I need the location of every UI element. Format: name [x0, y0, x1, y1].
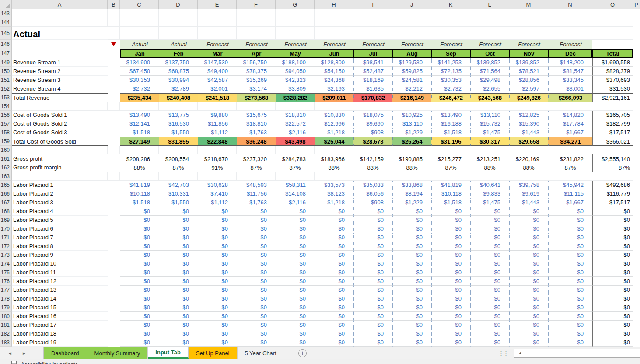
value-cell[interactable]: $0	[237, 277, 276, 286]
cell[interactable]	[633, 181, 640, 189]
value-cell[interactable]: $30,994	[159, 76, 198, 84]
cell[interactable]	[633, 27, 640, 40]
value-cell[interactable]: $0	[120, 294, 159, 303]
value-cell[interactable]: $0	[198, 224, 237, 233]
cell[interactable]	[633, 49, 640, 58]
value-cell[interactable]: $0	[392, 242, 431, 251]
value-cell[interactable]: $0	[237, 286, 276, 294]
month-header[interactable]: Feb	[159, 50, 198, 57]
value-cell[interactable]: $25,264	[392, 137, 431, 146]
value-cell[interactable]: 88%	[315, 163, 353, 172]
cell[interactable]	[470, 27, 509, 40]
value-cell[interactable]: $0	[548, 224, 592, 233]
cell[interactable]	[159, 18, 198, 27]
value-cell[interactable]: $0	[509, 338, 548, 347]
value-cell[interactable]: $0	[237, 294, 276, 303]
value-cell[interactable]: $0	[159, 277, 198, 286]
value-cell[interactable]: $246,472	[431, 93, 470, 102]
value-cell[interactable]: $0	[159, 303, 198, 312]
cell[interactable]	[108, 189, 120, 198]
cell[interactable]	[198, 27, 237, 40]
value-cell[interactable]: $0	[237, 338, 276, 347]
total-cell[interactable]: $0	[592, 338, 633, 347]
value-cell[interactable]: $148,200	[548, 58, 592, 67]
value-cell[interactable]: $215,277	[431, 154, 470, 163]
tab-dashboard[interactable]: Dashboard	[44, 347, 87, 359]
value-cell[interactable]: $0	[548, 242, 592, 251]
total-cell[interactable]: 87%	[592, 163, 633, 172]
row-header-168[interactable]: 168	[0, 207, 12, 216]
cell[interactable]	[276, 18, 315, 27]
cell[interactable]	[12, 9, 108, 18]
cell[interactable]	[431, 146, 470, 154]
value-cell[interactable]: $0	[276, 233, 315, 242]
value-cell[interactable]: $0	[315, 303, 353, 312]
value-cell[interactable]: $284,783	[276, 154, 315, 163]
value-cell[interactable]: $11,856	[198, 119, 237, 128]
total-cell[interactable]: $165,705	[592, 111, 633, 119]
value-cell[interactable]: $0	[315, 312, 353, 321]
value-cell[interactable]: $72,135	[431, 67, 470, 76]
value-cell[interactable]: $0	[237, 312, 276, 321]
cell[interactable]	[470, 9, 509, 18]
value-cell[interactable]: $0	[353, 329, 392, 338]
cell[interactable]	[392, 27, 431, 40]
value-cell[interactable]: $0	[392, 321, 431, 329]
value-cell[interactable]: $0	[509, 268, 548, 277]
value-cell[interactable]: $3,174	[237, 84, 276, 93]
value-cell[interactable]: $0	[353, 207, 392, 216]
value-cell[interactable]: $0	[198, 277, 237, 286]
cell[interactable]	[108, 312, 120, 321]
cell[interactable]	[108, 329, 120, 338]
value-cell[interactable]: $0	[431, 277, 470, 286]
value-cell[interactable]: $0	[392, 286, 431, 294]
value-cell[interactable]: $0	[431, 216, 470, 224]
value-cell[interactable]: $1,763	[237, 198, 276, 207]
cell[interactable]	[392, 18, 431, 27]
value-cell[interactable]: $0	[509, 233, 548, 242]
value-cell[interactable]: $0	[392, 224, 431, 233]
value-cell[interactable]: $2,597	[509, 84, 548, 93]
cell[interactable]	[108, 303, 120, 312]
value-cell[interactable]: $220,169	[509, 154, 548, 163]
row-header-146[interactable]: 146	[0, 40, 12, 49]
value-cell[interactable]: $241,518	[198, 93, 237, 102]
cell[interactable]	[392, 172, 431, 181]
row-label[interactable]: Labor Placard 13	[12, 286, 108, 294]
accessibility-status[interactable]: Accessibility: Investigate	[21, 361, 78, 364]
cell[interactable]	[198, 9, 237, 18]
cell[interactable]	[633, 338, 640, 347]
row-header-170[interactable]: 170	[0, 224, 12, 233]
value-cell[interactable]: $71,564	[470, 67, 509, 76]
cell[interactable]	[633, 18, 640, 27]
value-cell[interactable]: $0	[198, 321, 237, 329]
cell[interactable]	[120, 27, 159, 40]
row-header-158[interactable]: 158	[0, 128, 12, 137]
value-cell[interactable]: $35,269	[237, 76, 276, 84]
total-cell[interactable]: $0	[592, 216, 633, 224]
value-cell[interactable]: $8,123	[315, 189, 353, 198]
value-cell[interactable]: $13,490	[431, 111, 470, 119]
cell[interactable]	[108, 128, 120, 137]
cell[interactable]	[159, 102, 198, 111]
value-cell[interactable]: $0	[431, 268, 470, 277]
value-cell[interactable]: $0	[470, 277, 509, 286]
value-cell[interactable]: $31,855	[159, 137, 198, 146]
cell[interactable]	[108, 76, 120, 84]
value-cell[interactable]: $30,317	[470, 137, 509, 146]
cell[interactable]	[592, 18, 633, 27]
tab-split-grip[interactable]: ⋮⋮	[498, 350, 508, 357]
total-cell[interactable]: $2,555,140	[592, 154, 633, 163]
cell[interactable]	[633, 154, 640, 163]
value-cell[interactable]: $209,011	[315, 93, 353, 102]
row-label[interactable]: Labor Placard 18	[12, 329, 108, 338]
column-header-E[interactable]: E	[198, 0, 237, 9]
value-cell[interactable]: $30,353	[120, 76, 159, 84]
value-cell[interactable]: $0	[237, 321, 276, 329]
total-cell[interactable]: $492,686	[592, 181, 633, 189]
cell[interactable]	[353, 146, 392, 154]
column-header-A[interactable]: A	[12, 0, 108, 9]
cell[interactable]	[633, 277, 640, 286]
value-cell[interactable]: $8,194	[392, 189, 431, 198]
row-label[interactable]: Gross profit	[12, 154, 108, 163]
